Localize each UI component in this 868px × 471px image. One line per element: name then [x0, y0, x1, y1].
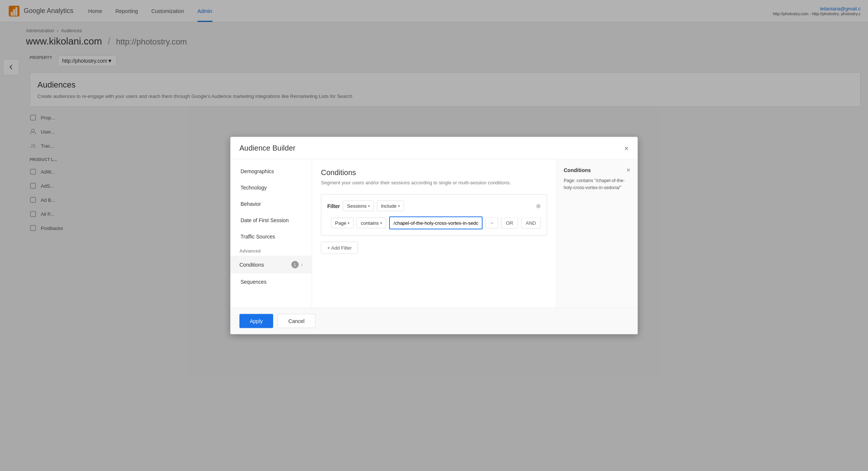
dialog-nav-demographics[interactable]: Demographics	[231, 163, 312, 179]
summary-title-label: Conditions	[564, 167, 591, 173]
session-select[interactable]: Sessions ▾	[343, 201, 374, 211]
include-dropdown-arrow: ▾	[398, 204, 400, 208]
filter-value-input[interactable]	[389, 217, 483, 230]
filter-box: Filter Sessions ▾ Include ▾ ⊗ Page ▾	[321, 194, 547, 236]
page-select[interactable]: Page ▾	[331, 218, 354, 228]
include-select-value: Include	[381, 203, 397, 209]
and-button[interactable]: AND	[521, 217, 541, 229]
contains-select-value: contains	[361, 220, 378, 226]
dialog-nav-traffic-sources[interactable]: Traffic Sources	[231, 228, 312, 245]
contains-dropdown-arrow: ▾	[380, 221, 382, 225]
dialog-nav-conditions[interactable]: Conditions 1 ›	[231, 256, 312, 274]
dialog-header: Audience Builder ×	[231, 137, 637, 159]
page-dropdown-arrow: ▾	[348, 221, 349, 225]
include-select[interactable]: Include ▾	[377, 201, 404, 211]
filter-close-button[interactable]: ⊗	[536, 202, 541, 210]
dialog-nav-advanced-label: Advanced	[231, 245, 312, 256]
summary-title-row: Conditions ×	[564, 167, 630, 174]
dialog-main-content: Conditions Segment your users and/or the…	[312, 159, 556, 278]
dialog-nav-sequences[interactable]: Sequences	[231, 274, 312, 278]
session-select-value: Sessions	[347, 203, 367, 209]
dialog-nav-technology[interactable]: Technology	[231, 179, 312, 196]
conditions-badge: 1	[291, 261, 299, 269]
summary-content: Page: contains "/chapel-of-the-holy-cros…	[564, 177, 630, 191]
dialog-nav-conditions-label: Conditions	[239, 262, 264, 268]
minus-button[interactable]: −	[486, 217, 498, 229]
session-dropdown-arrow: ▾	[368, 204, 370, 208]
audience-builder-dialog: Audience Builder × Demographics Technolo…	[230, 137, 638, 278]
conditions-title: Conditions	[321, 168, 547, 177]
dialog-body: Demographics Technology Behavior Date of…	[231, 159, 637, 278]
contains-select[interactable]: contains ▾	[357, 218, 386, 228]
filter-condition-row: Page ▾ contains ▾ − OR AND	[327, 217, 541, 230]
chevron-right-icon: ›	[301, 261, 303, 268]
dialog-navigation: Demographics Technology Behavior Date of…	[231, 159, 312, 278]
add-filter-button[interactable]: + Add Filter	[321, 242, 358, 254]
dialog-close-button[interactable]: ×	[624, 144, 629, 152]
or-button[interactable]: OR	[501, 217, 518, 229]
dialog-summary-panel: Conditions × Page: contains "/chapel-of-…	[556, 159, 637, 278]
dialog-nav-date-first-session[interactable]: Date of First Session	[231, 212, 312, 228]
filter-header-row: Filter Sessions ▾ Include ▾ ⊗	[327, 201, 541, 211]
summary-close-button[interactable]: ×	[627, 167, 630, 174]
filter-label: Filter	[327, 203, 340, 209]
conditions-description: Segment your users and/or their sessions…	[321, 180, 547, 185]
page-select-value: Page	[335, 220, 346, 226]
dialog-title: Audience Builder	[239, 144, 295, 152]
dialog-nav-behavior[interactable]: Behavior	[231, 196, 312, 212]
